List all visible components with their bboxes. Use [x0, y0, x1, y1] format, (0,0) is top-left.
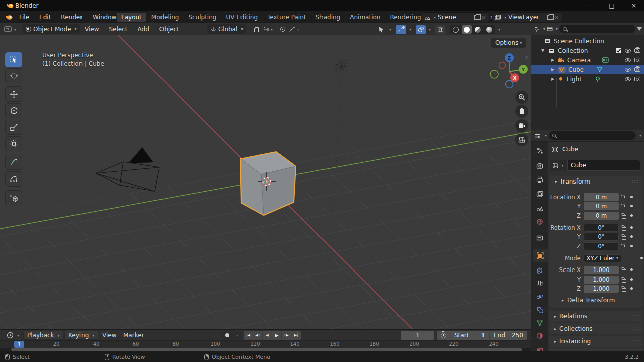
animate-dot-icon[interactable]	[630, 245, 633, 247]
rotation-x-field[interactable]: 0°	[584, 224, 619, 232]
shading-caret-icon[interactable]: ▾	[498, 27, 500, 32]
tool-select-box-button[interactable]	[5, 52, 22, 67]
shading-solid-button[interactable]	[462, 25, 472, 34]
overlays-toggle-button[interactable]	[416, 25, 426, 34]
use-preview-range-button[interactable]	[437, 333, 450, 338]
scale-y-field[interactable]: 1.000	[584, 276, 619, 284]
new-view-layer-icon[interactable]	[547, 15, 551, 20]
view-layer-name[interactable]: ViewLayer	[508, 14, 543, 21]
toggle-ortho-button[interactable]	[515, 133, 528, 146]
unlink-scene-icon[interactable]: ×	[480, 14, 487, 21]
timeline-view-menu[interactable]: View	[99, 331, 120, 340]
outliner-search[interactable]	[559, 25, 635, 33]
region-collapse-chevron[interactable]: ‹	[525, 53, 528, 61]
animate-dot-icon[interactable]	[630, 205, 633, 207]
editor-type-selector[interactable]: ▾	[4, 24, 16, 34]
menu-render[interactable]: Render	[56, 11, 88, 23]
tab-scene[interactable]	[531, 202, 548, 215]
location-y-field[interactable]: 0 m	[584, 202, 619, 210]
camera-hide-icon[interactable]	[625, 58, 631, 62]
location-z-field[interactable]: 0 m	[584, 212, 619, 220]
delta-transform-header[interactable]: ▸ Delta Transform	[560, 297, 615, 304]
tab-object-data[interactable]	[531, 316, 548, 329]
light-hide-icon[interactable]	[625, 77, 631, 81]
outliner-row-cube[interactable]: ▶ Cube	[531, 65, 644, 74]
light-render-icon[interactable]	[634, 77, 640, 81]
snap-mode-dropdown[interactable]: ▾	[263, 25, 273, 34]
minimize-button[interactable]: −	[581, 0, 598, 11]
properties-search-input[interactable]	[558, 132, 632, 139]
prev-keyframe-button[interactable]: ◀•	[253, 331, 263, 340]
properties-editor-caret-icon[interactable]: ▾	[545, 133, 547, 138]
gizmos-caret-icon[interactable]: ▾	[409, 27, 411, 32]
tab-render[interactable]	[531, 159, 548, 172]
lock-icon[interactable]	[622, 246, 626, 249]
rotation-z-field[interactable]: 0°	[584, 242, 619, 250]
object-name-input[interactable]	[567, 160, 640, 171]
shading-wireframe-button[interactable]	[451, 25, 461, 34]
filter-funnel-icon[interactable]	[637, 27, 642, 31]
scene-name[interactable]: Scene	[438, 14, 470, 21]
tab-material[interactable]	[531, 329, 548, 342]
collection-checkbox[interactable]	[616, 48, 621, 53]
end-frame-field[interactable]: End 250	[489, 332, 527, 339]
collections-panel-header[interactable]: ▸ Collections ∷∷	[549, 323, 643, 334]
timeline-ruler[interactable]: 20 40 60 80 100 120 140 160 180 200 220 …	[0, 341, 531, 348]
tab-particles[interactable]	[531, 277, 548, 290]
shading-material-button[interactable]	[473, 25, 483, 34]
outliner-editor-icon[interactable]	[534, 26, 540, 32]
outliner-search-input[interactable]	[569, 26, 632, 32]
proportional-falloff-dropdown[interactable]: ▾	[289, 25, 299, 34]
workspace-tab-sculpting[interactable]: Sculpting	[184, 13, 221, 22]
pan-view-button[interactable]	[515, 105, 528, 118]
transform-orientation-dropdown[interactable]: Global ▾	[207, 24, 246, 34]
menu-object[interactable]: Object	[154, 23, 184, 35]
keying-menu[interactable]: Keying▾	[64, 331, 98, 340]
animate-dot-icon[interactable]	[640, 257, 643, 259]
jump-to-start-button[interactable]: |◀	[244, 331, 253, 340]
tab-physics[interactable]	[531, 290, 548, 303]
cube-expand-icon[interactable]: ▶	[550, 67, 555, 72]
gizmos-toggle-button[interactable]	[396, 25, 406, 34]
transform-panel-header[interactable]: ▾ Transform ∷∷	[549, 176, 643, 187]
close-button[interactable]: ×	[625, 0, 642, 11]
camera-view-button[interactable]	[515, 119, 528, 132]
xray-toggle-button[interactable]	[435, 25, 445, 34]
camera-expand-icon[interactable]: ▶	[550, 58, 555, 62]
options-dropdown[interactable]: Options ▾	[491, 38, 526, 48]
tab-output[interactable]	[531, 173, 548, 187]
tool-rotate-button[interactable]	[5, 103, 22, 118]
menu-file[interactable]: File	[14, 11, 34, 23]
display-mode-caret-icon[interactable]: ▾	[556, 27, 558, 31]
lock-icon[interactable]	[622, 279, 626, 283]
proportional-edit-button[interactable]	[278, 25, 288, 34]
playback-menu[interactable]: Playback▾	[23, 331, 64, 340]
properties-editor-icon[interactable]	[534, 133, 541, 139]
auto-keying-dropdown[interactable]: ▾	[234, 331, 241, 340]
menu-view[interactable]: View	[79, 23, 104, 35]
rotation-mode-dropdown[interactable]: XYZ Euler▾	[584, 254, 621, 262]
workspace-tab-animation[interactable]: Animation	[345, 13, 385, 22]
animate-dot-icon[interactable]	[630, 268, 633, 271]
lock-icon[interactable]	[622, 197, 626, 200]
animate-dot-icon[interactable]	[630, 235, 633, 238]
tool-annotate-button[interactable]	[5, 155, 22, 170]
tab-view-layer[interactable]	[531, 188, 548, 201]
tool-cursor-button[interactable]	[5, 68, 22, 83]
menu-select[interactable]: Select	[104, 23, 132, 35]
tab-object[interactable]	[533, 249, 548, 262]
play-reverse-button[interactable]: ◀	[263, 331, 272, 340]
workspace-tab-layout[interactable]: Layout	[117, 13, 146, 22]
lock-icon[interactable]	[622, 215, 626, 219]
outliner-row-camera[interactable]: ▶ Camera	[531, 55, 644, 65]
maximize-button[interactable]: □	[603, 0, 620, 11]
gizmo-minus-z-ball[interactable]	[506, 81, 513, 88]
visibility-caret-icon[interactable]: ▾	[389, 27, 391, 32]
scale-z-field[interactable]: 1.000	[584, 285, 619, 293]
animate-dot-icon[interactable]	[630, 278, 633, 281]
collection-expand-icon[interactable]: ▼	[540, 48, 545, 53]
tool-measure-button[interactable]	[5, 171, 22, 187]
current-frame-field[interactable]: 1	[401, 331, 434, 340]
animate-dot-icon[interactable]	[630, 196, 633, 198]
view-layer-selector[interactable]: ▾ ViewLayer ×	[492, 12, 562, 22]
